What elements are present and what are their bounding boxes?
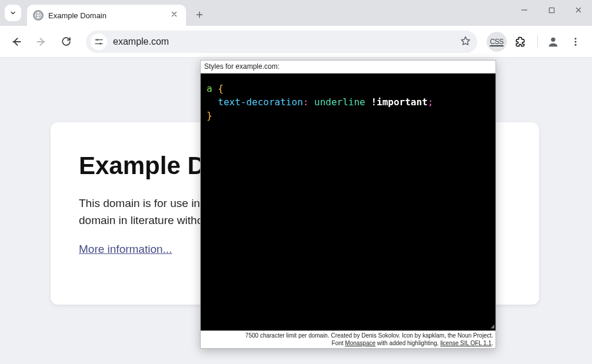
svg-point-4 [551, 37, 555, 41]
toolbar: example.com CSS [0, 26, 592, 58]
close-icon [575, 6, 582, 14]
css-extension-button[interactable]: CSS [487, 32, 507, 52]
maximize-button[interactable] [538, 0, 565, 20]
svg-rect-1 [549, 8, 554, 12]
close-icon [171, 11, 178, 18]
toolbar-separator [537, 35, 538, 48]
star-icon [460, 35, 471, 47]
tune-icon [94, 37, 104, 46]
more-information-link[interactable]: More information... [79, 243, 172, 255]
chevron-down-icon [9, 9, 16, 16]
page-viewport: Example Domain This domain is for use in… [0, 58, 592, 364]
close-window-button[interactable] [565, 0, 592, 20]
css-token-brace: } [207, 110, 212, 121]
puzzle-icon [514, 36, 526, 48]
arrow-left-icon [11, 36, 22, 48]
popup-footer: 7500 character limit per domain. Created… [201, 330, 495, 348]
popup-footer-line1: 7500 character limit per domain. Created… [203, 332, 493, 340]
reload-icon [61, 36, 72, 47]
monaspace-link[interactable]: Monaspace [345, 340, 375, 346]
popup-header: Styles for example.com: [201, 61, 495, 74]
svg-point-6 [575, 41, 577, 42]
close-tab-button[interactable] [171, 11, 180, 20]
css-token-brace: { [218, 83, 224, 94]
browser-tab[interactable]: Example Domain [27, 5, 186, 26]
plus-icon [195, 11, 204, 19]
svg-point-3 [99, 42, 101, 44]
css-extension-popup: Styles for example.com: a { text-decorat… [200, 60, 496, 349]
reload-button[interactable] [55, 31, 77, 52]
css-token-semicolon: ; [428, 96, 434, 108]
globe-icon [33, 10, 44, 21]
css-token-colon: : [303, 96, 309, 108]
extensions-button[interactable] [510, 32, 530, 52]
css-token-value: underline [314, 96, 365, 108]
svg-point-2 [97, 39, 98, 41]
kebab-menu-button[interactable] [565, 31, 586, 52]
profile-button[interactable] [545, 34, 561, 50]
tab-search-button[interactable] [5, 5, 21, 21]
license-link[interactable]: license SIL OFL 1.1 [440, 340, 491, 346]
svg-point-5 [575, 38, 577, 39]
maximize-icon [548, 7, 555, 14]
address-bar[interactable]: example.com [86, 31, 477, 53]
minimize-icon [521, 6, 528, 14]
forward-button[interactable] [31, 31, 52, 52]
arrow-right-icon [35, 36, 47, 48]
tab-strip: Example Domain [0, 0, 592, 26]
minimize-button[interactable] [511, 0, 538, 20]
bookmark-button[interactable] [460, 35, 473, 48]
css-token-important: !important [371, 96, 427, 108]
window-controls [511, 0, 592, 26]
popup-footer-line2: Font Monaspace with added highlighting, … [203, 340, 493, 348]
resize-grip-icon[interactable]: ◢ [490, 323, 494, 329]
css-token-selector: a [207, 83, 212, 94]
dots-vertical-icon [570, 36, 581, 47]
back-button[interactable] [6, 31, 27, 52]
tab-title: Example Domain [48, 11, 166, 20]
css-token-property: text-decoration [218, 96, 303, 108]
person-icon [547, 35, 560, 48]
svg-point-7 [575, 44, 577, 45]
css-editor[interactable]: a { text-decoration: underline !importan… [201, 74, 495, 330]
site-settings-button[interactable] [91, 34, 107, 50]
new-tab-button[interactable] [191, 6, 208, 24]
url-text: example.com [113, 36, 454, 47]
